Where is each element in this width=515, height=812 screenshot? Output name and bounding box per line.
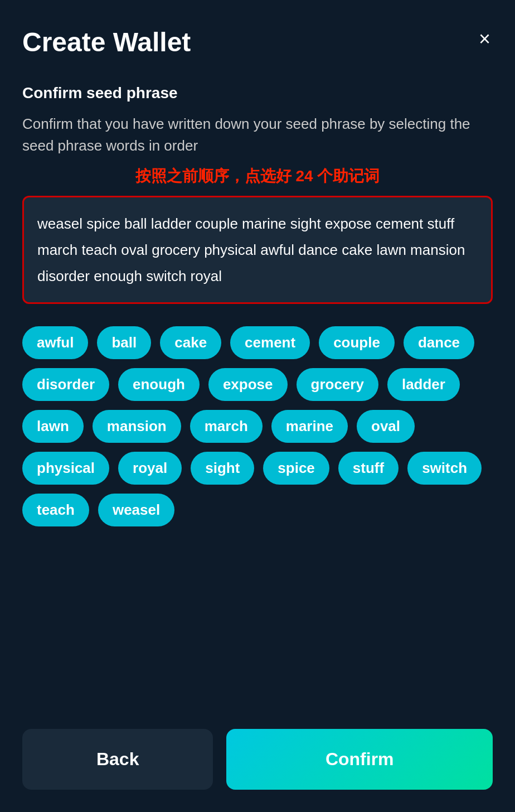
description-text: Confirm that you have written down your …	[22, 113, 493, 157]
word-chip-royal[interactable]: royal	[118, 452, 182, 485]
word-chip-expose[interactable]: expose	[208, 368, 288, 401]
seed-phrase-display: weasel spice ball ladder couple marine s…	[22, 196, 493, 304]
word-chip-disorder[interactable]: disorder	[22, 368, 109, 401]
word-chip-ladder[interactable]: ladder	[387, 368, 460, 401]
word-chip-sight[interactable]: sight	[191, 452, 254, 485]
word-chip-weasel[interactable]: weasel	[98, 494, 174, 526]
word-chip-couple[interactable]: couple	[319, 326, 395, 359]
confirm-button[interactable]: Confirm	[226, 729, 493, 790]
create-wallet-modal: Create Wallet × Confirm seed phrase Conf…	[0, 0, 515, 812]
word-chip-marine[interactable]: marine	[271, 410, 348, 443]
word-chip-awful[interactable]: awful	[22, 326, 88, 359]
word-chip-spice[interactable]: spice	[263, 452, 329, 485]
word-grid: awfulballcakecementcoupledancedisorderen…	[22, 326, 493, 526]
word-chip-physical[interactable]: physical	[22, 452, 109, 485]
modal-title: Create Wallet	[22, 27, 191, 57]
word-chip-enough[interactable]: enough	[118, 368, 200, 401]
word-chip-teach[interactable]: teach	[22, 494, 89, 526]
word-chip-cake[interactable]: cake	[160, 326, 221, 359]
word-chip-march[interactable]: march	[190, 410, 263, 443]
word-chip-mansion[interactable]: mansion	[93, 410, 181, 443]
back-button[interactable]: Back	[22, 729, 213, 790]
word-chip-grocery[interactable]: grocery	[297, 368, 378, 401]
word-chip-stuff[interactable]: stuff	[338, 452, 399, 485]
section-title: Confirm seed phrase	[22, 84, 493, 102]
bottom-buttons: Back Confirm	[22, 707, 493, 790]
chinese-note: 按照之前顺序，点选好 24 个助记词	[22, 166, 493, 187]
close-button[interactable]: ×	[477, 27, 493, 51]
word-chip-ball[interactable]: ball	[97, 326, 151, 359]
word-chip-oval[interactable]: oval	[357, 410, 415, 443]
modal-header: Create Wallet ×	[22, 27, 493, 57]
word-chip-lawn[interactable]: lawn	[22, 410, 84, 443]
word-chip-cement[interactable]: cement	[230, 326, 310, 359]
word-chip-dance[interactable]: dance	[404, 326, 474, 359]
word-chip-switch[interactable]: switch	[407, 452, 482, 485]
